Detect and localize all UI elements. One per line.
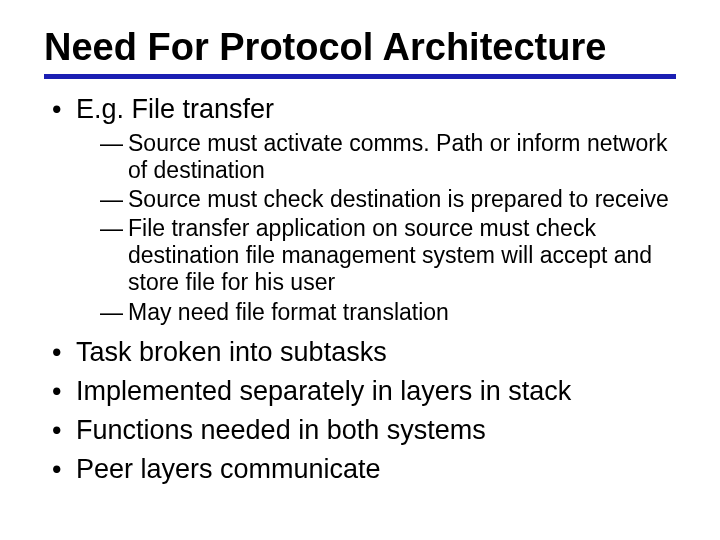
sub-bullet-item: May need file format translation xyxy=(100,299,676,326)
sub-bullet-item: Source must check destination is prepare… xyxy=(100,186,676,213)
bullet-text: E.g. File transfer xyxy=(76,94,274,124)
bullet-item: Implemented separately in layers in stac… xyxy=(48,375,676,408)
bullet-item: Task broken into subtasks xyxy=(48,336,676,369)
title-underline xyxy=(44,74,676,79)
bullet-text: Implemented separately in layers in stac… xyxy=(76,376,571,406)
bullet-item: Peer layers communicate xyxy=(48,453,676,486)
bullet-item: E.g. File transfer Source must activate … xyxy=(48,93,676,326)
sub-bullet-item: Source must activate comms. Path or info… xyxy=(100,130,676,184)
bullet-list: E.g. File transfer Source must activate … xyxy=(44,93,676,486)
sub-bullet-list: Source must activate comms. Path or info… xyxy=(76,130,676,326)
sub-bullet-text: Source must activate comms. Path or info… xyxy=(128,130,667,183)
sub-bullet-text: May need file format translation xyxy=(128,299,449,325)
bullet-text: Functions needed in both systems xyxy=(76,415,486,445)
sub-bullet-item: File transfer application on source must… xyxy=(100,215,676,296)
sub-bullet-text: File transfer application on source must… xyxy=(128,215,652,295)
slide: Need For Protocol Architecture E.g. File… xyxy=(0,0,720,540)
slide-title: Need For Protocol Architecture xyxy=(44,28,676,68)
bullet-text: Task broken into subtasks xyxy=(76,337,387,367)
bullet-item: Functions needed in both systems xyxy=(48,414,676,447)
bullet-text: Peer layers communicate xyxy=(76,454,381,484)
sub-bullet-text: Source must check destination is prepare… xyxy=(128,186,669,212)
